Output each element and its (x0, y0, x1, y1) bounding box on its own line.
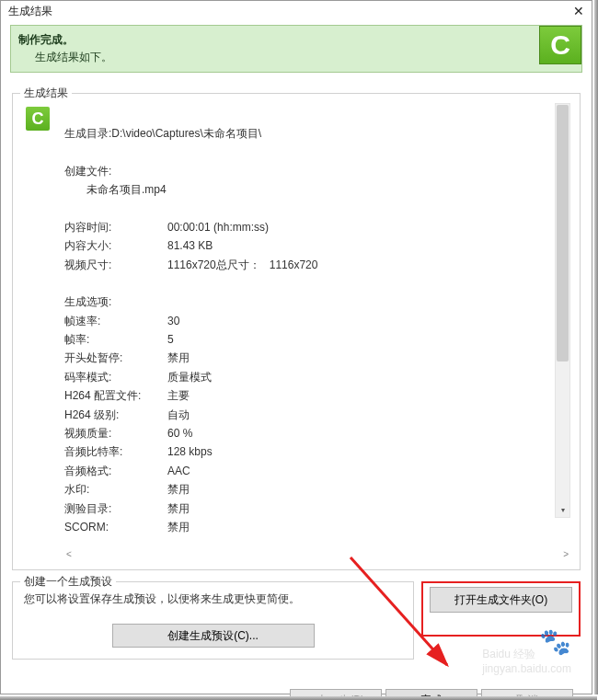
wm-label: 水印: (64, 480, 167, 499)
close-icon[interactable]: ✕ (569, 3, 588, 19)
scorm-label: SCORM: (64, 518, 167, 536)
scroll-down-icon[interactable]: ▾ (556, 504, 569, 517)
content-size-label: 内容大小: (64, 236, 167, 255)
frame-rate-label: 帧速率: (64, 312, 167, 330)
content-time-label: 内容时间: (64, 218, 167, 236)
horizontal-scrollbar[interactable]: < > (20, 545, 572, 562)
video-dim-value: 1116x720总尺寸： 1116x720 (167, 256, 317, 274)
vertical-scrollbar[interactable]: ▴ ▾ (555, 103, 570, 518)
create-preset-button[interactable]: 创建生成预设(C)... (112, 624, 315, 648)
video-quality-value: 60 % (167, 424, 192, 442)
header-line1: 制作完成。 (18, 31, 112, 49)
results-content: 生成目录:D:\video\Captures\未命名项目\ 创建文件: 未命名项… (57, 101, 552, 542)
preset-fieldset: 创建一个生成预设 您可以将设置保存生成预设，以便将来生成更快更简便。 创建生成预… (12, 581, 414, 660)
bitrate-mode-label: 码率模式: (64, 368, 167, 386)
camtasia-logo-icon: C (539, 26, 581, 64)
results-scroll-area: 生成目录:D:\video\Captures\未命名项目\ 创建文件: 未命名项… (57, 101, 572, 542)
window-right-edge (594, 0, 598, 694)
results-icon-col: C (20, 101, 57, 542)
content-size-value: 81.43 KB (167, 236, 213, 255)
results-fieldset: 生成结果 C 生成目录:D:\video\Captures\未命名项目\ 创建文… (12, 93, 581, 570)
dir-label: 生成目录: (64, 127, 111, 140)
scroll-left-icon[interactable]: < (66, 549, 72, 559)
dir-value: D:\video\Captures\未命名项目\ (111, 127, 261, 140)
window-title: 生成结果 (8, 4, 52, 19)
test-dir-label: 测验目录: (64, 499, 167, 518)
audio-bitrate-label: 音频比特率: (64, 442, 167, 461)
frame-rate-value: 30 (167, 312, 179, 330)
results-legend: 生成结果 (20, 86, 72, 101)
frames-label: 帧率: (64, 330, 167, 349)
audio-format-value: AAC (167, 462, 190, 480)
gen-options: 生成选项: (64, 295, 111, 308)
h264-level-label: H264 级别: (64, 406, 167, 424)
video-quality-label: 视频质量: (64, 424, 167, 442)
camtasia-small-icon: C (26, 107, 50, 131)
open-folder-button[interactable]: 打开生成文件夹(O) (430, 587, 572, 613)
open-folder-label: 打开生成文件夹(O) (454, 592, 547, 608)
audio-bitrate-value: 128 kbps (167, 442, 213, 461)
test-dir-value: 禁用 (167, 499, 190, 518)
scroll-right-icon[interactable]: > (563, 549, 569, 559)
open-folder-highlight: 打开生成文件夹(O) (421, 581, 581, 637)
titlebar: 生成结果 ✕ (1, 1, 592, 21)
pause-value: 禁用 (167, 349, 190, 367)
video-dim-label: 视频尺寸: (64, 256, 167, 274)
bitrate-mode-value: 质量模式 (167, 368, 212, 386)
window-bottom-edge (0, 696, 597, 700)
content-time-value: 00:00:01 (hh:mm:ss) (167, 218, 269, 236)
h264-profile-value: 主要 (167, 386, 190, 405)
header-band: 制作完成。 生成结果如下。 C (10, 25, 582, 73)
frames-value: 5 (167, 330, 174, 349)
scroll-thumb[interactable] (557, 105, 569, 361)
audio-format-label: 音频格式: (64, 462, 167, 480)
h264-profile-label: H264 配置文件: (64, 386, 167, 405)
dialog-window: 生成结果 ✕ 制作完成。 生成结果如下。 C 生成结果 C 生成目录:D:\vi… (0, 0, 592, 694)
header-text: 制作完成。 生成结果如下。 (18, 31, 112, 66)
header-line2: 生成结果如下。 (18, 49, 112, 66)
preset-legend: 创建一个生成预设 (20, 574, 116, 590)
wm-value: 禁用 (167, 480, 190, 499)
create-preset-label: 创建生成预设(C)... (167, 628, 259, 644)
created-file-value: 未命名项目.mp4 (64, 180, 552, 199)
created-file-label: 创建文件: (64, 165, 111, 178)
pause-label: 开头处暂停: (64, 349, 167, 367)
footer-row: < 上一步(B) 完成 取消 (1, 660, 592, 700)
scorm-value: 禁用 (167, 518, 190, 536)
preset-desc: 您可以将设置保存生成预设，以便将来生成更快更简便。 (24, 591, 402, 607)
h264-level-value: 自动 (167, 406, 190, 424)
